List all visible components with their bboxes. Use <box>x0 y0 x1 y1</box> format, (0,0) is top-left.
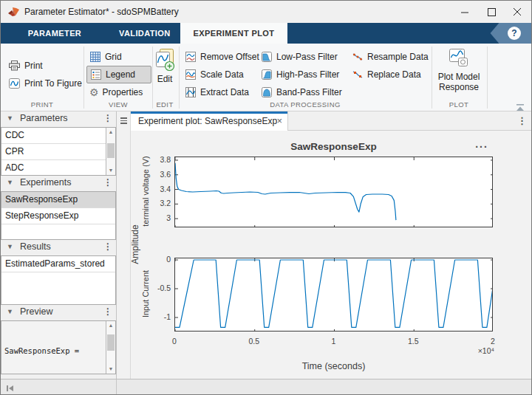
collapse-triangle-icon[interactable]: ▼ <box>7 114 13 122</box>
band-pass-filter-label: Band-Pass Filter <box>276 87 342 97</box>
parameter-row[interactable]: CPR <box>1 144 106 160</box>
preview-scrollbar[interactable]: ▲ ▼ <box>106 321 115 374</box>
legend-toggle-button[interactable]: Legend <box>86 66 151 83</box>
y-tick-label: 3.2 <box>147 199 171 207</box>
collapse-triangle-icon[interactable]: ▼ <box>7 243 13 250</box>
edit-button[interactable]: Edit <box>154 48 176 84</box>
legend-label: Legend <box>106 69 135 80</box>
experiment-row-selected[interactable]: SawResponseExp <box>1 192 115 208</box>
high-pass-filter-icon <box>261 69 273 80</box>
active-tab-stripe <box>131 111 287 114</box>
maximize-button[interactable] <box>479 1 504 23</box>
section-label-plot: PLOT <box>432 100 486 109</box>
scroll-up-icon[interactable]: ▲ <box>106 128 115 137</box>
minimize-button[interactable] <box>452 1 477 23</box>
low-pass-filter-icon <box>261 51 273 63</box>
edit-label: Edit <box>157 74 173 84</box>
results-menu-icon[interactable]: ⋮ <box>103 241 112 252</box>
section-label-data-processing: DATA PROCESSING <box>179 100 432 109</box>
print-label: Print <box>24 61 43 71</box>
maximize-icon <box>488 8 496 16</box>
ribbon-tab-strip: PARAMETER ESTIMATION VALIDATION EXPERIME… <box>1 23 531 44</box>
status-bar <box>1 379 531 395</box>
y-tick-label: -0.5 <box>147 284 171 292</box>
plot-title: SawResponseExp <box>174 141 493 152</box>
print-to-figure-label: Print To Figure <box>24 78 82 89</box>
preview-header[interactable]: ▼ Preview ⋮ <box>1 305 116 320</box>
data-line <box>175 163 396 220</box>
band-pass-filter-button[interactable]: Band-Pass Filter <box>261 83 342 101</box>
low-pass-filter-label: Low-Pass Filter <box>276 52 338 62</box>
help-button[interactable] <box>482 23 531 44</box>
section-label-view: VIEW <box>84 100 152 109</box>
preview-title: Preview <box>20 306 52 317</box>
x-axis-exponent-label: ×10⁴ <box>460 346 494 355</box>
resample-data-button[interactable]: Resample Data <box>352 48 429 66</box>
collapse-triangle-icon[interactable]: ▼ <box>7 308 13 315</box>
replace-data-button[interactable]: Replace Data <box>352 66 421 83</box>
x-tick-label: 0.5 <box>239 337 269 346</box>
document-tab-label: Experiment plot: SawResponseExp <box>138 116 277 126</box>
document-tab[interactable]: Experiment plot: SawResponseExp × <box>131 111 288 131</box>
print-to-figure-button[interactable]: Print To Figure <box>8 75 82 92</box>
section-label-print: PRINT <box>7 100 78 109</box>
high-pass-filter-button[interactable]: High-Pass Filter <box>261 66 339 83</box>
remove-offset-button[interactable]: Remove Offset <box>185 48 259 66</box>
help-icon[interactable]: ? <box>508 27 521 40</box>
parameters-menu-icon[interactable]: ⋮ <box>103 113 112 123</box>
y-tick-label: 3.4 <box>147 185 171 193</box>
parameter-row[interactable]: ADC <box>1 160 106 176</box>
status-bar-left-cell <box>1 379 117 395</box>
document-tab-bar: Experiment plot: SawResponseExp × ⋮ <box>131 111 532 131</box>
close-button[interactable] <box>505 1 530 23</box>
y-tick-label: 3.8 <box>147 155 171 164</box>
plot-model-response-button[interactable]: Plot Model Response <box>435 47 482 92</box>
collapse-ribbon-icon <box>515 104 525 111</box>
plot-options-icon[interactable]: ... <box>467 138 497 150</box>
toolbar-separator <box>179 47 180 109</box>
tab-close-icon[interactable]: × <box>276 115 282 126</box>
axes-input-current[interactable] <box>174 258 493 332</box>
experiment-row[interactable]: StepResponseExp <box>1 208 115 224</box>
experiments-menu-icon[interactable]: ⋮ <box>103 177 112 188</box>
experiments-header[interactable]: ▼ Experiments ⋮ <box>1 176 116 191</box>
scale-data-label: Scale Data <box>200 69 244 80</box>
experiment-row-empty[interactable] <box>1 224 115 241</box>
grid-button[interactable]: Grid <box>89 48 122 66</box>
gear-icon: ⚙ <box>89 86 99 98</box>
document-list-icon[interactable] <box>120 117 127 126</box>
results-header[interactable]: ▼ Results ⋮ <box>1 240 116 255</box>
data-line <box>175 260 493 327</box>
axes-terminal-voltage[interactable] <box>174 157 493 227</box>
toolbar-separator <box>432 47 432 109</box>
edit-plot-icon <box>154 48 175 72</box>
scroll-up-icon[interactable]: ▲ <box>106 321 115 330</box>
scale-data-button[interactable]: Scale Data <box>185 66 244 83</box>
parameters-header[interactable]: ▼ Parameters ⋮ <box>1 111 116 127</box>
preview-menu-icon[interactable]: ⋮ <box>103 306 112 317</box>
parameter-row[interactable]: CDC <box>1 128 106 144</box>
collapse-panel-icon[interactable] <box>6 384 15 393</box>
extract-data-label: Extract Data <box>200 87 249 97</box>
tab-experiment-plot[interactable]: EXPERIMENT PLOT <box>180 23 287 44</box>
close-icon <box>514 8 522 16</box>
properties-button[interactable]: ⚙ Properties <box>89 83 143 101</box>
tab-validation[interactable]: VALIDATION <box>119 23 168 44</box>
scrollbar-thumb[interactable] <box>107 143 115 158</box>
plot-model-response-icon <box>448 47 470 69</box>
scroll-down-icon[interactable]: ▼ <box>106 166 115 175</box>
collapse-triangle-icon[interactable]: ▼ <box>7 179 13 186</box>
parameters-scrollbar[interactable]: ▲ ▼ <box>106 128 115 175</box>
print-button[interactable]: Print <box>8 57 43 75</box>
x-tick-label: 0 <box>160 337 189 346</box>
result-row[interactable]: EstimatedParams_stored <box>1 256 115 272</box>
preview-pane: SawResponseExp = ' Measured output signa… <box>1 320 116 374</box>
scrollbar-thumb[interactable] <box>107 334 115 351</box>
scroll-down-icon[interactable]: ▼ <box>106 365 115 374</box>
tab-parameter-estimation[interactable]: PARAMETER ESTIMATION <box>7 23 102 44</box>
document-bar-menu-icon[interactable]: ⋮ <box>517 115 527 126</box>
replace-data-icon <box>352 69 364 80</box>
extract-data-button[interactable]: Extract Data <box>185 83 249 101</box>
y-tick-label: -1 <box>147 312 171 321</box>
low-pass-filter-button[interactable]: Low-Pass Filter <box>261 48 338 66</box>
